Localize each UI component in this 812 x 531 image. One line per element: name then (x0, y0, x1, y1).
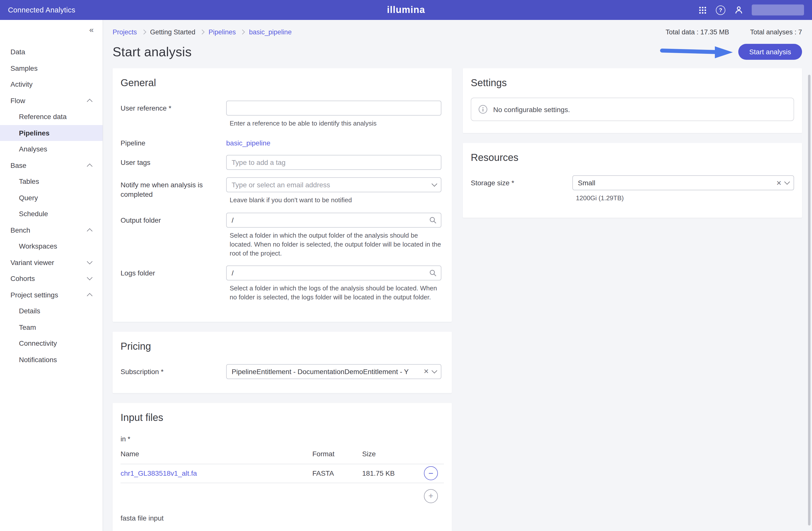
user-reference-input[interactable] (226, 101, 441, 116)
input-group-label: in * (120, 435, 444, 443)
add-file-button[interactable]: + (424, 489, 438, 503)
sidebar-item-label: Notifications (19, 356, 57, 364)
sidebar-item-details[interactable]: Details (0, 303, 103, 319)
sidebar-item-label: Connectivity (19, 340, 57, 347)
general-heading: General (120, 77, 444, 89)
main-content: Projects Getting Started Pipelines basic… (103, 20, 812, 531)
notify-label: Notify me when analysis is completed (120, 177, 226, 205)
notify-helper: Leave blank if you don't want to be noti… (226, 196, 441, 205)
illumina-logo: illumina (387, 4, 425, 15)
pricing-section: Pricing Subscription * PipelineEntitleme… (113, 331, 452, 393)
sidebar-item-bench[interactable]: Bench (0, 222, 103, 238)
sidebar-item-reference-data[interactable]: Reference data (0, 109, 103, 125)
subscription-value: PipelineEntitlement - DocumentationDemoE… (232, 368, 421, 375)
breadcrumb-basic-pipeline[interactable]: basic_pipeline (249, 28, 292, 36)
apps-grid-icon[interactable] (698, 5, 707, 15)
column-header-size: Size (362, 449, 418, 458)
chevron-up-icon (87, 228, 93, 234)
total-data: Total data : 17.35 MB (666, 28, 729, 36)
clear-icon[interactable]: ✕ (423, 368, 429, 375)
breadcrumb-projects[interactable]: Projects (113, 28, 137, 36)
output-folder-input[interactable] (226, 213, 441, 227)
sidebar-item-team[interactable]: Team (0, 319, 103, 335)
clear-icon[interactable]: ✕ (776, 179, 782, 187)
notify-email-select[interactable]: Type or select an email address (226, 177, 441, 192)
sidebar-item-cohorts[interactable]: Cohorts (0, 271, 103, 287)
general-section: General User reference * Enter a referen… (113, 68, 452, 321)
subscription-select[interactable]: PipelineEntitlement - DocumentationDemoE… (226, 364, 441, 379)
sidebar-item-project-settings[interactable]: Project settings (0, 287, 103, 303)
output-folder-label: Output folder (120, 213, 226, 258)
help-glyph: ? (716, 5, 725, 15)
sidebar-item-label: Data (11, 48, 25, 56)
search-icon[interactable] (429, 269, 437, 277)
sidebar-item-schedule[interactable]: Schedule (0, 206, 103, 222)
sidebar-item-workspaces[interactable]: Workspaces (0, 238, 103, 254)
body: « Data Samples Activity Flow Reference d… (0, 20, 812, 531)
collapse-sidebar-icon[interactable]: « (89, 26, 94, 34)
settings-heading: Settings (471, 77, 794, 89)
user-tags-input[interactable] (226, 155, 441, 170)
sidebar-item-variant-viewer[interactable]: Variant viewer (0, 254, 103, 271)
sidebar-item-label: Query (19, 194, 38, 202)
sidebar-item-label: Base (11, 161, 26, 169)
sidebar-item-connectivity[interactable]: Connectivity (0, 335, 103, 351)
chevron-down-icon (87, 275, 93, 281)
input-file-size: 181.75 KB (362, 469, 418, 477)
topbar: Connected Analytics illumina ? (0, 0, 812, 20)
storage-size-select[interactable]: Small ✕ (572, 175, 794, 190)
column-header-format: Format (312, 449, 362, 458)
column-header-name: Name (120, 449, 312, 458)
scrollbar[interactable] (808, 75, 811, 526)
sidebar-item-query[interactable]: Query (0, 189, 103, 206)
notify-placeholder: Type or select an email address (232, 181, 432, 189)
sidebar-item-label: Analyses (19, 145, 47, 153)
sidebar-item-activity[interactable]: Activity (0, 76, 103, 92)
input-file-link[interactable]: chr1_GL383518v1_alt.fa (120, 469, 197, 477)
resources-heading: Resources (471, 152, 794, 163)
user-tags-label: User tags (120, 155, 226, 170)
help-icon[interactable]: ? (716, 5, 725, 15)
info-icon (478, 105, 488, 114)
chevron-up-icon (87, 99, 93, 104)
resources-section: Resources Storage size * Small ✕ 1200Gi … (463, 143, 802, 218)
input-file-format: FASTA (312, 469, 362, 477)
sidebar-item-data[interactable]: Data (0, 44, 103, 60)
user-icon[interactable] (734, 5, 743, 15)
pipeline-link[interactable]: basic_pipeline (226, 139, 270, 147)
add-file-row: + (120, 489, 444, 503)
start-analysis-button[interactable]: Start analysis (738, 44, 802, 60)
chevron-up-icon (87, 293, 93, 299)
sidebar: « Data Samples Activity Flow Reference d… (0, 20, 103, 531)
sidebar-item-flow[interactable]: Flow (0, 92, 103, 109)
input-files-table: Name Format Size chr1_GL383518v1_alt.fa … (120, 449, 444, 503)
sidebar-item-label: Details (19, 307, 40, 315)
chevron-down-icon (87, 259, 93, 264)
input-files-heading: Input files (120, 412, 444, 423)
breadcrumb-pipelines[interactable]: Pipelines (208, 28, 236, 36)
search-icon[interactable] (429, 216, 437, 224)
logs-folder-input[interactable] (226, 266, 441, 281)
sidebar-item-base[interactable]: Base (0, 157, 103, 173)
chevron-right-icon (141, 30, 146, 34)
sidebar-item-label: Workspaces (19, 242, 57, 250)
remove-file-button[interactable]: − (424, 466, 438, 480)
settings-info-box: No configurable settings. (471, 98, 794, 121)
sidebar-item-samples[interactable]: Samples (0, 60, 103, 76)
subscription-label: Subscription * (120, 364, 226, 379)
sidebar-item-pipelines[interactable]: Pipelines (0, 125, 103, 141)
sidebar-item-analyses[interactable]: Analyses (0, 141, 103, 157)
sidebar-item-label: Cohorts (11, 275, 35, 283)
table-row: chr1_GL383518v1_alt.fa FASTA 181.75 KB − (120, 464, 444, 483)
account-selector-placeholder[interactable] (752, 4, 804, 15)
sidebar-item-tables[interactable]: Tables (0, 173, 103, 189)
sidebar-item-label: Reference data (19, 113, 67, 121)
app-title: Connected Analytics (8, 6, 75, 14)
page-title: Start analysis (113, 44, 192, 59)
chevron-right-icon (200, 30, 204, 34)
pipeline-label: Pipeline (120, 135, 226, 147)
sidebar-item-label: Project settings (11, 291, 58, 299)
breadcrumb-getting-started: Getting Started (150, 28, 195, 36)
sidebar-item-notifications[interactable]: Notifications (0, 351, 103, 368)
user-reference-helper: Enter a reference to be able to identify… (226, 119, 441, 128)
